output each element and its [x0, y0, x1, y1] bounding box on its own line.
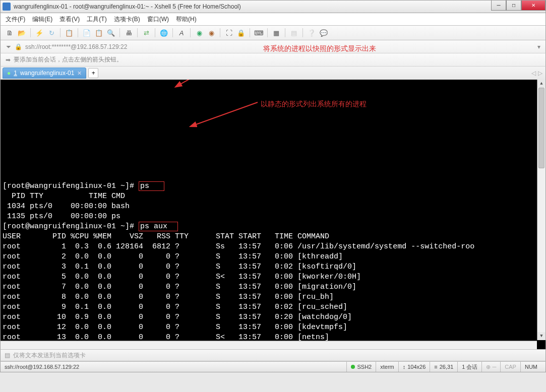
window-title: wangruifenglinux-01 - root@wangruifengli…: [14, 3, 543, 10]
connect-icon[interactable]: ⚡: [34, 28, 44, 38]
send-bar[interactable]: ▤ 仅将文本发送到当前选项卡: [0, 349, 546, 361]
tab-prev-icon[interactable]: ◁: [531, 70, 536, 77]
status-cap: CAP: [500, 362, 520, 372]
menu-6[interactable]: 帮助(H): [176, 15, 197, 24]
terminal[interactable]: ▲ ▼ 以静态的形式列出系统所有的进程 [root@wangruifenglin…: [0, 80, 546, 349]
status-proto: SSH2: [357, 364, 372, 370]
tab-index: 1: [14, 70, 17, 77]
menubar: 文件(F)编辑(E)查看(V)工具(T)选项卡(B)窗口(W)帮助(H): [0, 13, 546, 25]
info-text: 要添加当前会话，点击左侧的箭头按钮。: [14, 55, 123, 64]
globe-icon[interactable]: 🌐: [159, 28, 169, 38]
status-term: xterm: [376, 362, 398, 372]
address-text: ssh://root:********@192.168.57.129:22: [25, 43, 127, 50]
annotation-2: 以静态的形式列出系统所有的进程: [261, 99, 367, 109]
font-icon[interactable]: A: [176, 28, 187, 38]
tab-next-icon[interactable]: ▷: [538, 70, 542, 77]
dropdown-icon[interactable]: ▾: [537, 43, 540, 50]
scroll-thumb[interactable]: [538, 88, 544, 168]
status-num: NUM: [520, 362, 541, 372]
tab-session-1[interactable]: ● 1 wangruifenglinux-01 ✕: [3, 68, 86, 79]
print-icon[interactable]: 🖶: [124, 28, 134, 38]
open-icon[interactable]: 📂: [17, 28, 27, 38]
cascade-icon[interactable]: ▤: [289, 28, 299, 38]
app-icon: [3, 3, 11, 11]
menu-2[interactable]: 查看(V): [59, 15, 80, 24]
vertical-scrollbar[interactable]: ▲ ▼: [537, 80, 545, 340]
info-bar: ➡ 要添加当前会话，点击左侧的箭头按钮。: [0, 53, 546, 67]
about-icon[interactable]: 💬: [319, 28, 329, 38]
find-icon[interactable]: 🔍: [106, 28, 116, 38]
terminal-output: [root@wangruifenglinux-01 ~]# ps PID TTY…: [3, 181, 543, 349]
status-sessions: 1 会话: [457, 362, 481, 372]
menu-0[interactable]: 文件(F): [6, 15, 25, 24]
color2-icon[interactable]: ◉: [206, 28, 216, 38]
titlebar: wangruifenglinux-01 - root@wangruifengli…: [0, 0, 546, 13]
status-dot-icon: ●: [7, 70, 11, 77]
status-size: 104x26: [407, 364, 426, 370]
tabbar: ● 1 wangruifenglinux-01 ✕ + ◁ ▷: [0, 67, 546, 80]
size-icon: ↕: [403, 364, 406, 370]
tab-close-icon[interactable]: ✕: [77, 70, 82, 77]
copy-icon[interactable]: 📄: [82, 28, 92, 38]
status-cursor: 26,31: [440, 364, 454, 370]
statusbar: ssh://root@192.168.57.129:22 SSH2 xterm …: [0, 361, 546, 372]
svg-line-1: [195, 102, 258, 125]
lock-icon[interactable]: 🔒: [236, 28, 246, 38]
horizontal-scrollbar[interactable]: [1, 341, 537, 349]
arrow-right-icon[interactable]: ➡: [6, 56, 11, 63]
xftp-icon[interactable]: ⇄: [141, 28, 151, 38]
cursor-icon: ≡: [434, 364, 437, 370]
menu-4[interactable]: 选项卡(B): [114, 15, 140, 24]
maximize-button[interactable]: □: [506, 1, 521, 11]
history-icon[interactable]: ⏷: [6, 43, 12, 50]
padlock-icon: 🔒: [15, 43, 22, 50]
keyboard-icon[interactable]: ⌨: [254, 28, 264, 38]
fullscreen-icon[interactable]: ⛶: [224, 28, 234, 38]
reconnect-icon[interactable]: ↻: [46, 28, 56, 38]
close-button[interactable]: ✕: [521, 1, 545, 11]
send-icon[interactable]: ▤: [5, 352, 10, 359]
address-bar[interactable]: ⏷ 🔒 ssh://root:********@192.168.57.129:2…: [0, 40, 546, 53]
conn-dot-icon: [351, 365, 355, 369]
menu-3[interactable]: 工具(T): [87, 15, 106, 24]
svg-line-0: [179, 80, 260, 85]
new-tab-button[interactable]: +: [88, 68, 98, 78]
spacer: ⊕ ─: [486, 364, 496, 370]
status-connection: ssh://root@192.168.57.129:22: [5, 364, 346, 370]
scroll-down-icon[interactable]: ▼: [537, 332, 545, 340]
paste-icon[interactable]: 📋: [94, 28, 104, 38]
layout-icon[interactable]: ▦: [271, 28, 281, 38]
new-icon[interactable]: 🗎: [5, 28, 15, 38]
properties-icon[interactable]: 📋: [64, 28, 74, 38]
menu-5[interactable]: 窗口(W): [147, 15, 169, 24]
send-text: 仅将文本发送到当前选项卡: [13, 351, 86, 360]
help-icon[interactable]: ❔: [307, 28, 317, 38]
menu-1[interactable]: 编辑(E): [32, 15, 52, 24]
toolbar: 🗎 📂 ⚡ ↻ 📋 📄 📋 🔍 🖶 ⇄ 🌐 A ◉ ◉ ⛶ 🔒 ⌨ ▦ ▤ ❔ …: [0, 25, 546, 40]
color-icon[interactable]: ◉: [194, 28, 204, 38]
minimize-button[interactable]: ─: [491, 1, 506, 11]
tab-label: wangruifenglinux-01: [20, 70, 74, 77]
scroll-up-icon[interactable]: ▲: [537, 80, 545, 88]
